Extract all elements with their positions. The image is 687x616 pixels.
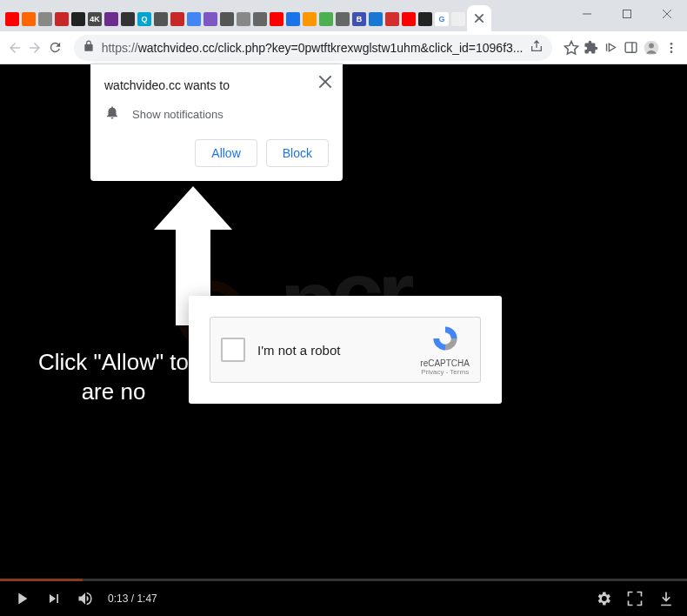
- active-tab[interactable]: [467, 5, 491, 31]
- prompt-title: watchvideo.cc wants to: [104, 78, 329, 92]
- share-icon[interactable]: [530, 39, 544, 57]
- settings-button[interactable]: [595, 590, 612, 607]
- tab-favicon[interactable]: [336, 12, 350, 26]
- tab-favicon[interactable]: [451, 12, 465, 26]
- tab-favicon-row: 4KQBG: [0, 7, 465, 31]
- extensions-button[interactable]: [583, 36, 599, 60]
- tab-favicon[interactable]: [286, 12, 300, 26]
- menu-button[interactable]: [664, 36, 680, 60]
- tab-favicon[interactable]: [5, 12, 19, 26]
- window-controls: [567, 0, 687, 28]
- svg-rect-1: [624, 10, 631, 18]
- tab-favicon[interactable]: [303, 12, 317, 26]
- lock-icon: [83, 40, 95, 56]
- tab-favicon[interactable]: [187, 12, 201, 26]
- forward-button[interactable]: [27, 36, 43, 60]
- tab-favicon[interactable]: Q: [137, 12, 151, 26]
- tab-favicon[interactable]: [22, 12, 36, 26]
- tab-favicon[interactable]: [220, 12, 234, 26]
- back-button[interactable]: [7, 36, 23, 60]
- recaptcha-widget: I'm not a robot reCAPTCHA Privacy - Term…: [210, 317, 481, 383]
- tab-favicon[interactable]: [203, 12, 217, 26]
- svg-point-11: [670, 46, 673, 49]
- tab-favicon[interactable]: [402, 12, 416, 26]
- tab-favicon[interactable]: G: [435, 12, 449, 26]
- profile-button[interactable]: [643, 36, 660, 60]
- reload-button[interactable]: [47, 36, 63, 60]
- download-button[interactable]: [657, 590, 675, 607]
- minimize-button[interactable]: [567, 0, 607, 28]
- browser-toolbar: https://watchvideo.cc/click.php?key=0pwt…: [0, 31, 687, 64]
- recaptcha-checkbox[interactable]: [221, 338, 245, 362]
- tab-favicon[interactable]: [418, 12, 432, 26]
- play-button[interactable]: [12, 589, 31, 608]
- tab-favicon[interactable]: [55, 12, 69, 26]
- tab-favicon[interactable]: [170, 12, 184, 26]
- close-prompt-button[interactable]: [318, 75, 332, 89]
- next-button[interactable]: [45, 590, 63, 607]
- svg-point-12: [670, 50, 673, 53]
- instruction-text: Click "Allow" to are no: [38, 348, 189, 407]
- bookmark-button[interactable]: [563, 36, 579, 60]
- tab-favicon[interactable]: [154, 12, 168, 26]
- tab-favicon[interactable]: [253, 12, 267, 26]
- tab-favicon[interactable]: [71, 12, 85, 26]
- tab-favicon[interactable]: 4K: [88, 12, 102, 26]
- tab-favicon[interactable]: B: [352, 12, 366, 26]
- recaptcha-container: I'm not a robot reCAPTCHA Privacy - Term…: [189, 296, 502, 404]
- video-controls: 0:13 / 1:47: [0, 581, 687, 616]
- tab-favicon[interactable]: [237, 12, 250, 26]
- notification-permission-prompt: watchvideo.cc wants to Show notification…: [90, 64, 343, 181]
- tab-favicon[interactable]: [104, 12, 118, 26]
- volume-button[interactable]: [77, 590, 94, 607]
- svg-point-9: [649, 43, 654, 48]
- permission-label: Show notifications: [132, 108, 223, 121]
- block-button[interactable]: Block: [266, 139, 329, 167]
- allow-button[interactable]: Allow: [195, 139, 257, 167]
- close-window-button[interactable]: [647, 0, 687, 28]
- close-tab-icon[interactable]: [473, 12, 485, 24]
- tab-favicon[interactable]: [121, 12, 135, 26]
- maximize-button[interactable]: [607, 0, 647, 28]
- media-controls-button[interactable]: [603, 36, 619, 60]
- sidepanel-button[interactable]: [623, 36, 639, 60]
- tab-favicon[interactable]: [369, 12, 383, 26]
- address-bar[interactable]: https://watchvideo.cc/click.php?key=0pwt…: [74, 35, 553, 61]
- tab-favicon[interactable]: [385, 12, 399, 26]
- svg-point-10: [670, 43, 673, 45]
- tab-favicon[interactable]: [38, 12, 52, 26]
- recaptcha-badge: reCAPTCHA Privacy - Terms: [420, 324, 470, 376]
- video-time: 0:13 / 1:47: [108, 593, 157, 605]
- tab-favicon[interactable]: [319, 12, 333, 26]
- fullscreen-button[interactable]: [626, 590, 644, 607]
- svg-rect-6: [625, 43, 637, 52]
- tab-favicon[interactable]: [270, 12, 283, 26]
- url-text: https://watchvideo.cc/click.php?key=0pwt…: [102, 41, 524, 55]
- bell-icon: [104, 104, 120, 124]
- recaptcha-label: I'm not a robot: [257, 343, 420, 358]
- recaptcha-logo-icon: [430, 324, 460, 353]
